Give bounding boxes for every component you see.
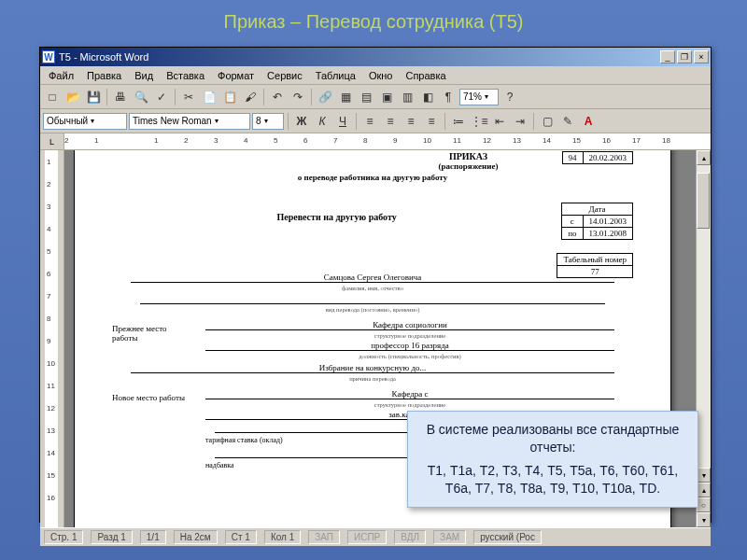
redo-icon[interactable]: ↷ — [289, 88, 307, 106]
separator — [444, 113, 445, 130]
status-rec[interactable]: ЗАП — [308, 530, 340, 544]
spell-icon[interactable]: ✓ — [152, 88, 171, 106]
status-ext[interactable]: ВДЛ — [394, 530, 426, 544]
scroll-down-icon[interactable]: ▾ — [697, 468, 711, 483]
excel-icon[interactable]: ▣ — [377, 88, 396, 106]
next-page-icon[interactable]: ▾ — [697, 512, 711, 527]
align-right-icon[interactable]: ≡ — [402, 112, 420, 131]
status-col: Кол 1 — [264, 530, 301, 544]
indent-icon[interactable]: ⇥ — [511, 112, 529, 131]
doc-title: ПРИКАЗ — [375, 151, 562, 161]
tables-icon[interactable]: ▦ — [336, 88, 355, 106]
info-callout: В системе реализованы все стандартные от… — [407, 411, 698, 508]
borders-icon[interactable]: ▢ — [538, 112, 557, 131]
prev-pos: профессор 16 разряда — [205, 341, 614, 351]
status-line: Ст 1 — [225, 530, 257, 544]
menu-format[interactable]: Формат — [212, 68, 260, 83]
bold-icon[interactable]: Ж — [292, 112, 311, 131]
prev-dept: Кафедра социологии — [205, 320, 614, 330]
separator — [533, 113, 534, 130]
callout-line2: Т1, Т1а, Т2, Т3, Т4, Т5, Т5а, Т6, Т60, Т… — [419, 462, 686, 497]
reason-cap: причина перевода — [112, 375, 633, 382]
tabno-table: Табельный номер 77 — [557, 253, 633, 278]
menubar: Файл Правка Вид Вставка Формат Сервис Та… — [40, 66, 711, 85]
prev-pos-cap: должность (специальность, профессия) — [187, 353, 633, 359]
open-icon[interactable]: 📂 — [63, 88, 82, 106]
help-icon[interactable]: ? — [500, 88, 519, 106]
bullets-icon[interactable]: ⋮≡ — [470, 112, 488, 131]
prev-place-label: Прежнее место работы — [112, 318, 187, 359]
numbering-icon[interactable]: ≔ — [449, 112, 468, 131]
paste-icon[interactable]: 📋 — [220, 88, 239, 106]
underline-icon[interactable]: Ч — [333, 112, 352, 131]
align-left-icon[interactable]: ≡ — [360, 112, 379, 131]
docmap-icon[interactable]: ¶ — [439, 88, 458, 106]
statusbar: Стр. 1 Разд 1 1/1 На 2см Ст 1 Кол 1 ЗАП … — [40, 527, 711, 546]
status-trk[interactable]: ИСПР — [347, 530, 387, 544]
print-icon[interactable]: 🖶 — [111, 88, 130, 106]
doc-about: о переводе работника на другую работу — [112, 173, 633, 182]
ruler-corner: L — [40, 133, 64, 149]
fontsize-combo[interactable]: 8▾ — [252, 113, 284, 130]
cut-icon[interactable]: ✂ — [179, 88, 198, 106]
separator — [288, 113, 289, 130]
status-at: На 2см — [174, 530, 218, 544]
preview-icon[interactable]: 🔍 — [132, 88, 150, 106]
separator — [311, 89, 312, 105]
minimize-button[interactable]: _ — [660, 50, 675, 63]
doc-action: Перевести на другую работу — [112, 203, 561, 222]
menu-table[interactable]: Таблица — [310, 68, 361, 83]
status-pages: 1/1 — [140, 530, 166, 544]
new-dept: Кафедра с — [205, 389, 614, 399]
undo-icon[interactable]: ↶ — [268, 88, 287, 106]
status-page: Стр. 1 — [44, 530, 83, 544]
menu-insert[interactable]: Вставка — [161, 68, 210, 83]
date-table: Дата с14.01.2003 по13.01.2008 — [561, 203, 633, 240]
browse-object-icon[interactable]: ○ — [697, 497, 711, 512]
menu-file[interactable]: Файл — [43, 68, 79, 83]
fio-field: Самцова Сергея Олеговича — [131, 273, 614, 283]
highlight-icon[interactable]: ✎ — [558, 112, 577, 131]
menu-view[interactable]: Вид — [129, 68, 159, 83]
scroll-thumb[interactable] — [697, 173, 710, 229]
separator — [356, 113, 357, 130]
drawing-icon[interactable]: ◧ — [418, 88, 437, 106]
style-combo[interactable]: Обычный▾ — [43, 113, 127, 130]
doc-number-table: 9420.02.2003 — [562, 151, 634, 164]
copy-icon[interactable]: 📄 — [200, 88, 218, 106]
save-icon[interactable]: 💾 — [84, 88, 103, 106]
status-section: Разд 1 — [91, 530, 132, 544]
vertical-ruler[interactable]: 12345678910111213141516 — [40, 150, 64, 527]
menu-edit[interactable]: Правка — [81, 68, 127, 83]
separator — [263, 89, 264, 105]
titlebar: W T5 - Microsoft Word _ ❐ × — [40, 48, 711, 66]
zoom-combo[interactable]: 71%▾ — [459, 89, 499, 105]
doc-subtitle: (распоряжение) — [375, 161, 562, 171]
status-ovr[interactable]: ЗАМ — [433, 530, 466, 544]
menu-help[interactable]: Справка — [400, 68, 451, 83]
hyperlink-icon[interactable]: 🔗 — [316, 88, 334, 106]
italic-icon[interactable]: К — [313, 112, 331, 131]
justify-icon[interactable]: ≡ — [422, 112, 441, 131]
columns-icon[interactable]: ▥ — [398, 88, 416, 106]
formatting-toolbar: Обычный▾ Times New Roman▾ 8▾ Ж К Ч ≡ ≡ ≡… — [40, 109, 711, 133]
word-icon: W — [42, 50, 55, 63]
format-painter-icon[interactable]: 🖌 — [241, 88, 260, 106]
reason-field: Избрание на конкурсную до... — [131, 363, 614, 373]
horizontal-ruler[interactable]: L 21123456789101112131415161718 — [40, 133, 711, 150]
fontcolor-icon[interactable]: A — [579, 112, 598, 131]
close-button[interactable]: × — [694, 50, 709, 63]
font-combo[interactable]: Times New Roman▾ — [129, 113, 250, 130]
maximize-button[interactable]: ❐ — [677, 50, 692, 63]
align-center-icon[interactable]: ≡ — [381, 112, 400, 131]
outdent-icon[interactable]: ⇤ — [490, 112, 509, 131]
prev-page-icon[interactable]: ▴ — [697, 483, 711, 497]
scroll-up-icon[interactable]: ▴ — [697, 150, 711, 165]
new-icon[interactable]: □ — [43, 88, 62, 106]
transfer-type-line — [140, 293, 605, 304]
window-title: T5 - Microsoft Word — [59, 51, 658, 63]
insert-table-icon[interactable]: ▤ — [357, 88, 375, 106]
menu-tools[interactable]: Сервис — [261, 68, 308, 83]
status-lang[interactable]: русский (Рос — [473, 530, 542, 544]
menu-window[interactable]: Окно — [363, 68, 399, 83]
